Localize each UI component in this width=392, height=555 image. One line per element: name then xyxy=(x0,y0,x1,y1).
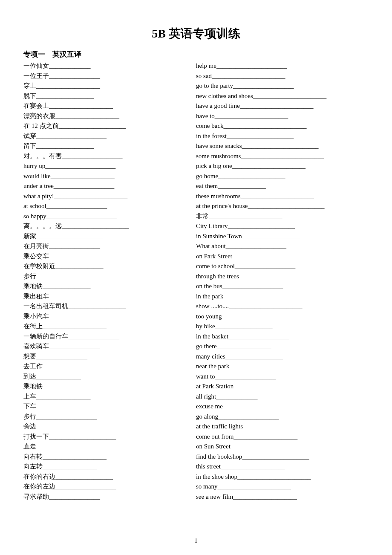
translation-item-right: have a good time_______________________ xyxy=(196,101,369,111)
translation-item-left: 一位仙女_____________ xyxy=(23,61,196,71)
page-number: 1 xyxy=(0,538,392,544)
translation-item-right: pick a big one_______________________ xyxy=(196,161,369,171)
translation-item-left: under a tree___________________ xyxy=(23,181,196,191)
translation-item-right: go there_________________ xyxy=(196,341,369,352)
translation-item-left: 新家_____________________ xyxy=(23,231,196,242)
translation-item-left: 寻求帮助________________ xyxy=(23,492,196,502)
translation-item-right: at Park Station________________ xyxy=(196,382,369,392)
translation-item-right: in the forest_____________________ xyxy=(196,131,369,142)
translation-item-left: 穿上____________________ xyxy=(23,81,196,91)
translation-item-right: many cities__________________ xyxy=(196,352,369,362)
translation-item-right: have to_______________________ xyxy=(196,111,369,121)
translation-item-right: through the trees___________________ xyxy=(196,272,369,282)
translation-item-right: near the park_____________________ xyxy=(196,361,369,372)
translation-item-right: in the basket___________________ xyxy=(196,332,369,342)
translation-item-left: 乘小汽车___________________ xyxy=(23,312,196,322)
column-right: help me______________________so sad_____… xyxy=(196,61,369,502)
translation-item-left: 一名出租车司机__________________ xyxy=(23,301,196,312)
translation-item-right: at the traffic lights__________________ xyxy=(196,422,369,432)
translation-item-right: find the bookshop_____________________ xyxy=(196,452,369,462)
translation-item-right: excuse me____________________ xyxy=(196,402,369,412)
translation-item-left: at school___________________ xyxy=(23,201,196,211)
translation-item-right: go home_____________________ xyxy=(196,171,369,182)
translation-item-left: 一辆新的自行车________________ xyxy=(23,332,196,342)
translation-item-left: 乘公交车__________________ xyxy=(23,251,196,262)
translation-item-right: so many_______________________ xyxy=(196,482,369,492)
translation-item-right: show ....to...._______________________ xyxy=(196,301,369,312)
translation-item-left: 旁边_____________________ xyxy=(23,422,196,432)
translation-item-left: 在宴会上____________________ xyxy=(23,101,196,111)
translation-item-right: come out from____________________ xyxy=(196,432,369,442)
translation-item-left: 对。。。有害___________________ xyxy=(23,151,196,162)
translation-item-right: all right_____________ xyxy=(196,392,369,402)
translation-item-left: 一位王子________________ xyxy=(23,71,196,81)
translation-item-right: this street____________________ xyxy=(196,462,369,472)
translation-item-left: 到达______________ xyxy=(23,372,196,382)
translation-item-left: 脱下__________________ xyxy=(23,91,196,101)
translation-item-left: 去工作_____________ xyxy=(23,361,196,372)
translation-item-right: go along___________________ xyxy=(196,412,369,422)
translation-item-right: want to___________________ xyxy=(196,372,369,382)
column-left: 一位仙女_____________一位王子________________穿上_… xyxy=(23,61,196,502)
translation-item-left: hurry up______________________ xyxy=(23,161,196,171)
translation-item-left: what a pity!_______________________ xyxy=(23,191,196,202)
translation-item-left: 直走_____________________ xyxy=(23,442,196,452)
translation-item-left: 乘地铁_______________ xyxy=(23,281,196,292)
translation-item-right: these mushrooms_______________________ xyxy=(196,191,369,202)
translation-item-right: go to the party___________________ xyxy=(196,81,369,91)
translation-item-right: in Sunshine Town__________________ xyxy=(196,231,369,242)
translation-item-left: 在 12 点之前_____________________ xyxy=(23,121,196,131)
translation-item-right: by bike__________________ xyxy=(196,321,369,332)
translation-item-left: 下车__________________ xyxy=(23,402,196,412)
page: 5B 英语专项训练 专项一 英汉互译 一位仙女_____________一位王子… xyxy=(0,0,392,555)
translation-item-left: 在你的左边___________________ xyxy=(23,482,196,492)
translation-item-left: 留下__________________ xyxy=(23,141,196,151)
translation-item-left: 乘出租车_______________ xyxy=(23,292,196,302)
page-title: 5B 英语专项训练 xyxy=(23,26,369,42)
translation-item-right: on the bus___________________ xyxy=(196,281,369,292)
translation-item-right: come to school___________________ xyxy=(196,261,369,272)
translation-item-left: 在街上____________________ xyxy=(23,321,196,332)
translation-item-left: 离。。。。远_____________________ xyxy=(23,221,196,231)
translation-item-left: 想要________________ xyxy=(23,352,196,362)
translation-item-right: see a new film____________________ xyxy=(196,492,369,502)
translation-item-right: What about___________________ xyxy=(196,241,369,251)
translation-item-right: on Park Street__________________ xyxy=(196,251,369,262)
translation-item-right: come back__________________________ xyxy=(196,121,369,131)
translation-item-left: 乘地铁________________ xyxy=(23,382,196,392)
columns-container: 一位仙女_____________一位王子________________穿上_… xyxy=(23,61,369,502)
translation-item-right: eat them_______________ xyxy=(196,181,369,191)
translation-item-right: new clothes and shoes___________________… xyxy=(196,91,369,101)
translation-item-left: would like____________________ xyxy=(23,171,196,182)
translation-item-left: 向右转____________________ xyxy=(23,452,196,462)
translation-item-left: 在学校附近_______________ xyxy=(23,261,196,272)
translation-item-left: so happy______________________ xyxy=(23,211,196,222)
translation-item-left: 在你的右边__________________ xyxy=(23,472,196,482)
translation-item-left: 向左转_________________ xyxy=(23,462,196,472)
translation-item-right: in the shoe shop_______________________ xyxy=(196,472,369,482)
translation-item-right: help me______________________ xyxy=(196,61,369,71)
translation-item-left: 上车_________________ xyxy=(23,392,196,402)
translation-item-right: at the prince's house___________________… xyxy=(196,201,369,211)
translation-item-right: City Library_____________________ xyxy=(196,221,369,231)
translation-item-left: 漂亮的衣服____________________ xyxy=(23,111,196,121)
translation-item-right: have some snacks________________________ xyxy=(196,141,369,151)
translation-item-left: 步行_________________ xyxy=(23,272,196,282)
translation-item-right: too young____________________ xyxy=(196,312,369,322)
translation-item-right: 非常_______________________ xyxy=(196,211,369,222)
translation-item-right: in the park____________________ xyxy=(196,292,369,302)
translation-item-left: 打扰一下_____________________ xyxy=(23,432,196,442)
translation-item-left: 在月亮街________________ xyxy=(23,241,196,251)
translation-item-left: 步行___________________ xyxy=(23,412,196,422)
translation-item-right: so sad_______________________ xyxy=(196,71,369,81)
translation-item-left: 喜欢骑车________________ xyxy=(23,341,196,352)
translation-item-right: on Sun Street_____________________ xyxy=(196,442,369,452)
translation-item-right: some mushrooms__________________________ xyxy=(196,151,369,162)
translation-item-left: 试穿______________________ xyxy=(23,131,196,142)
section-header: 专项一 英汉互译 xyxy=(23,49,369,59)
